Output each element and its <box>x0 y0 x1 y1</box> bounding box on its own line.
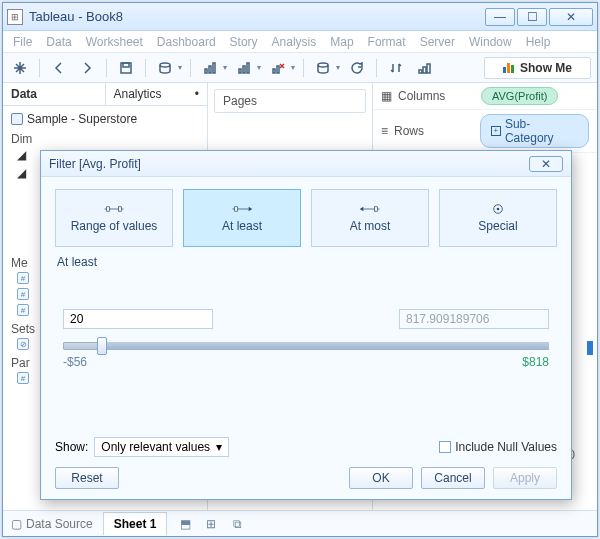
new-dashboard-icon[interactable]: ⊞ <box>203 516 219 532</box>
svg-rect-9 <box>273 69 275 73</box>
tab-special[interactable]: Special <box>439 189 557 247</box>
atmost-icon <box>359 203 381 215</box>
columns-pill[interactable]: AVG(Profit) <box>481 87 558 105</box>
connect-icon[interactable] <box>312 57 334 79</box>
datasource-item[interactable]: Sample - Superstore <box>11 112 199 126</box>
range-max-label: $818 <box>522 355 549 369</box>
pages-shelf[interactable]: Pages <box>214 89 366 113</box>
minimize-button[interactable]: — <box>485 8 515 26</box>
svg-point-23 <box>497 208 500 211</box>
menu-file[interactable]: File <box>13 35 32 49</box>
window-title: Tableau - Book8 <box>29 9 485 24</box>
svg-rect-7 <box>243 66 245 73</box>
tab-analytics[interactable]: Analytics• <box>105 83 208 105</box>
apply-button: Apply <box>493 467 557 489</box>
dialog-close-button[interactable]: ✕ <box>529 156 563 172</box>
slider-thumb[interactable] <box>97 337 107 355</box>
datasource-name: Sample - Superstore <box>27 112 137 126</box>
datasource-icon[interactable] <box>154 57 176 79</box>
tab-data[interactable]: Data <box>3 83 105 105</box>
range-slider[interactable] <box>63 337 549 351</box>
menu-map[interactable]: Map <box>330 35 353 49</box>
ok-button[interactable]: OK <box>349 467 413 489</box>
menu-story[interactable]: Story <box>230 35 258 49</box>
tab-at-most[interactable]: At most <box>311 189 429 247</box>
menu-help[interactable]: Help <box>526 35 551 49</box>
cancel-button[interactable]: Cancel <box>421 467 485 489</box>
refresh-icon[interactable] <box>346 57 368 79</box>
new-sheet-icon[interactable] <box>199 57 221 79</box>
title-bar: ⊞ Tableau - Book8 — ☐ ✕ <box>3 3 597 31</box>
menu-server[interactable]: Server <box>420 35 455 49</box>
show-select[interactable]: Only relevant values ▾ <box>94 437 229 457</box>
columns-shelf[interactable]: ▦Columns AVG(Profit) <box>373 83 597 110</box>
dimensions-header: Dim <box>11 132 199 146</box>
svg-rect-14 <box>427 64 430 73</box>
app-icon: ⊞ <box>7 9 23 25</box>
save-icon[interactable] <box>115 57 137 79</box>
svg-point-2 <box>160 63 170 67</box>
reset-button[interactable]: Reset <box>55 467 119 489</box>
chevron-down-icon[interactable]: ▾ <box>291 63 295 72</box>
tab-range-of-values[interactable]: Range of values <box>55 189 173 247</box>
chevron-down-icon[interactable]: ▾ <box>336 63 340 72</box>
data-source-tab[interactable]: ▢ Data Source <box>11 517 93 531</box>
svg-rect-16 <box>107 207 110 211</box>
menu-bar: File Data Worksheet Dashboard Story Anal… <box>3 31 597 53</box>
show-me-label: Show Me <box>520 61 572 75</box>
duplicate-sheet-icon[interactable] <box>233 57 255 79</box>
chevron-down-icon[interactable]: ▾ <box>178 63 182 72</box>
swap-icon[interactable] <box>385 57 407 79</box>
clear-sheet-icon[interactable] <box>267 57 289 79</box>
toolbar: ▾ ▾ ▾ ▾ ▾ Show Me <box>3 53 597 83</box>
svg-rect-5 <box>213 63 215 73</box>
menu-format[interactable]: Format <box>368 35 406 49</box>
rows-shelf[interactable]: ≡Rows +Sub-Category <box>373 110 597 153</box>
sheet1-tab[interactable]: Sheet 1 <box>103 512 168 535</box>
chevron-down-icon[interactable]: ▾ <box>257 63 261 72</box>
svg-rect-1 <box>123 63 129 67</box>
svg-rect-21 <box>374 207 377 211</box>
svg-rect-13 <box>423 67 426 73</box>
svg-point-11 <box>318 63 328 67</box>
show-me-button[interactable]: Show Me <box>484 57 591 79</box>
tableau-logo-icon[interactable] <box>9 57 31 79</box>
datasource-icon <box>11 113 23 125</box>
svg-rect-12 <box>419 70 422 73</box>
forward-icon[interactable] <box>76 57 98 79</box>
close-button[interactable]: ✕ <box>549 8 593 26</box>
maximize-button[interactable]: ☐ <box>517 8 547 26</box>
menu-worksheet[interactable]: Worksheet <box>86 35 143 49</box>
menu-data[interactable]: Data <box>46 35 71 49</box>
datasource-icon: ▢ <box>11 517 22 531</box>
max-value-input <box>399 309 549 329</box>
range-min-label: -$56 <box>63 355 87 369</box>
sheet-tabs: ▢ Data Source Sheet 1 ⬒ ⊞ ⧉ <box>3 510 597 536</box>
checkbox-icon <box>439 441 451 453</box>
chevron-down-icon: ▾ <box>216 440 222 454</box>
menu-analysis[interactable]: Analysis <box>272 35 317 49</box>
chart-bar-fragment <box>587 341 593 355</box>
svg-rect-19 <box>235 207 238 211</box>
svg-rect-6 <box>239 69 241 73</box>
menu-dashboard[interactable]: Dashboard <box>157 35 216 49</box>
atleast-icon <box>231 203 253 215</box>
tab-at-least[interactable]: At least <box>183 189 301 247</box>
rows-icon: ≡ <box>381 124 388 138</box>
menu-window[interactable]: Window <box>469 35 512 49</box>
section-label: At least <box>41 255 571 271</box>
dialog-title: Filter [Avg. Profit] <box>49 157 141 171</box>
special-icon <box>487 203 509 215</box>
show-label: Show: <box>55 440 88 454</box>
rows-pill[interactable]: +Sub-Category <box>480 114 589 148</box>
svg-rect-3 <box>205 69 207 73</box>
columns-icon: ▦ <box>381 89 392 103</box>
back-icon[interactable] <box>48 57 70 79</box>
filter-dialog: Filter [Avg. Profit] ✕ Range of values A… <box>40 150 572 500</box>
chevron-down-icon[interactable]: ▾ <box>223 63 227 72</box>
sort-asc-icon[interactable] <box>413 57 435 79</box>
include-null-checkbox[interactable]: Include Null Values <box>439 440 557 454</box>
new-worksheet-icon[interactable]: ⬒ <box>177 516 193 532</box>
new-story-icon[interactable]: ⧉ <box>229 516 245 532</box>
min-value-input[interactable] <box>63 309 213 329</box>
